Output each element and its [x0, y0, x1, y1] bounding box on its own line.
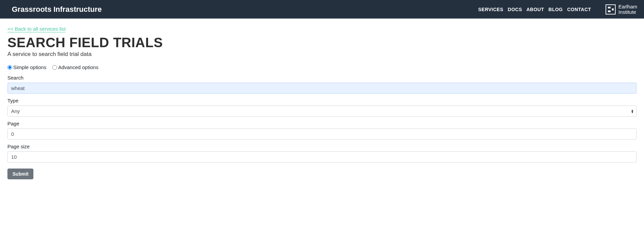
institute-logo: Earlham Institute [606, 4, 637, 15]
svg-rect-3 [612, 8, 614, 10]
institute-logo-text: Earlham Institute [618, 4, 637, 15]
nav-contact[interactable]: CONTACT [567, 7, 591, 12]
advanced-options-radio[interactable] [52, 65, 57, 70]
svg-rect-0 [606, 5, 615, 14]
nav-docs[interactable]: DOCS [508, 7, 522, 12]
svg-rect-2 [608, 10, 611, 12]
search-label: Search [7, 75, 637, 81]
advanced-options-label[interactable]: Advanced options [52, 64, 98, 70]
simple-options-radio[interactable] [7, 65, 12, 70]
page-label: Page [7, 121, 637, 126]
page-subtitle: A service to search field trial data [7, 51, 637, 58]
logo-line-2: Institute [618, 9, 637, 15]
simple-options-label[interactable]: Simple options [7, 64, 46, 70]
back-link[interactable]: << Back to all services list [7, 26, 66, 32]
page-input[interactable] [7, 128, 637, 140]
type-label: Type [7, 98, 637, 103]
brand-link[interactable]: Grassroots Infrastructure [12, 5, 102, 14]
nav-services[interactable]: SERVICES [478, 7, 504, 12]
search-input[interactable] [7, 83, 637, 94]
nav-blog[interactable]: BLOG [549, 7, 563, 12]
simple-options-text: Simple options [13, 64, 46, 70]
svg-rect-1 [608, 7, 611, 8]
nav-about[interactable]: ABOUT [527, 7, 544, 12]
type-select-wrap: Any ▲▼ [7, 106, 637, 117]
nav-right: SERVICES DOCS ABOUT BLOG CONTACT Earlham… [478, 4, 638, 15]
page-size-input[interactable] [7, 151, 637, 162]
logo-line-1: Earlham [618, 4, 637, 9]
type-select[interactable]: Any [7, 106, 637, 117]
navbar: Grassroots Infrastructure SERVICES DOCS … [0, 0, 644, 19]
page-size-label: Page size [7, 144, 637, 149]
options-radio-row: Simple options Advanced options [7, 64, 637, 70]
page-title: SEARCH FIELD TRIALS [7, 35, 637, 50]
page-group: Page [7, 121, 637, 140]
submit-button[interactable]: Submit [7, 169, 33, 179]
advanced-options-text: Advanced options [58, 64, 98, 70]
type-group: Type Any ▲▼ [7, 98, 637, 117]
main-content: << Back to all services list SEARCH FIEL… [0, 19, 644, 187]
search-group: Search [7, 75, 637, 94]
earlham-logo-icon [606, 4, 616, 14]
page-size-group: Page size [7, 144, 637, 162]
